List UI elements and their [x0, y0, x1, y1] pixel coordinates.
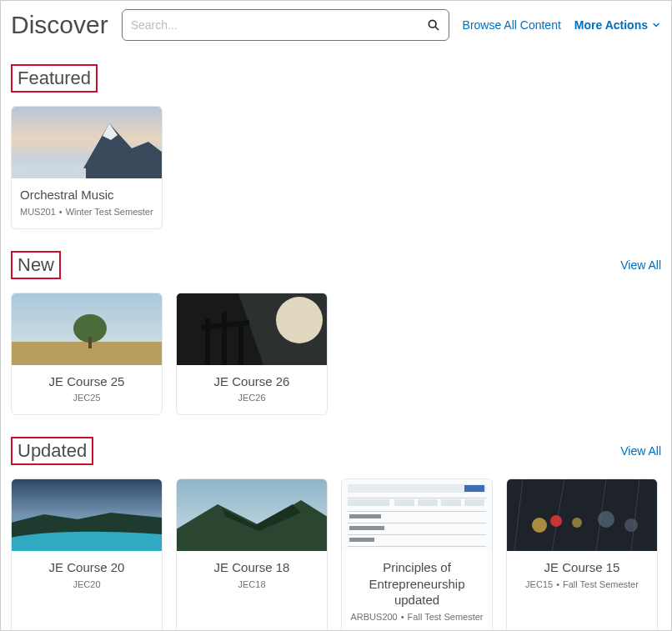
section-head-new: New View All: [11, 251, 661, 279]
svg-rect-6: [88, 337, 92, 348]
browse-all-link[interactable]: Browse All Content: [463, 18, 561, 32]
card-meta: MUS201•Winter Test Semester: [20, 207, 153, 217]
more-actions-dropdown[interactable]: More Actions: [574, 18, 661, 32]
header: Discover Browse All Content More Actions: [11, 9, 661, 41]
card-title: JE Course 15: [515, 559, 649, 576]
course-thumbnail: [12, 479, 162, 551]
card-title: Orchestral Music: [20, 187, 153, 203]
svg-rect-20: [418, 499, 438, 506]
svg-rect-30: [507, 479, 657, 551]
svg-rect-26: [348, 546, 486, 547]
card-title: JE Course 26: [185, 373, 318, 390]
svg-rect-27: [349, 514, 381, 518]
svg-rect-21: [441, 499, 461, 506]
svg-point-31: [532, 518, 547, 533]
svg-point-35: [624, 518, 638, 532]
section-title-featured: Featured: [11, 64, 98, 93]
view-all-updated[interactable]: View All: [620, 444, 661, 458]
card-body: JE Course 20 JEC20: [12, 551, 162, 631]
course-term: Fall Test Semester: [408, 612, 484, 622]
course-card[interactable]: JE Course 18 JEC18: [176, 478, 328, 631]
svg-rect-16: [464, 485, 484, 492]
svg-rect-24: [348, 523, 486, 523]
course-term: Fall Test Semester: [563, 579, 639, 589]
course-card[interactable]: Orchestral Music MUS201•Winter Test Seme…: [11, 106, 163, 229]
course-code: JEC15: [525, 579, 553, 589]
course-code: JEC20: [20, 579, 153, 589]
search-input[interactable]: [131, 18, 427, 32]
view-all-new[interactable]: View All: [620, 258, 661, 272]
svg-point-33: [572, 518, 582, 528]
card-body: JE Course 25 JEC25: [12, 365, 162, 415]
card-title: Principles of Entrepreneurship updated: [350, 559, 484, 608]
cards-featured: Orchestral Music MUS201•Winter Test Seme…: [11, 106, 661, 229]
section-head-featured: Featured: [11, 64, 661, 93]
svg-point-8: [276, 297, 323, 343]
cards-new: JE Course 25 JEC25 JE Course 26 JEC26: [11, 293, 661, 416]
course-card[interactable]: JE Course 15 JEC15•Fall Test Semester: [506, 478, 658, 631]
svg-point-0: [429, 20, 436, 28]
course-term: Winter Test Semester: [66, 207, 153, 217]
more-actions-label: More Actions: [574, 18, 648, 32]
course-card[interactable]: JE Course 25 JEC25: [11, 293, 163, 416]
course-thumbnail: [12, 107, 162, 178]
course-thumbnail: [342, 479, 492, 551]
svg-line-1: [435, 27, 439, 30]
course-card[interactable]: JE Course 20 JEC20: [11, 478, 163, 631]
course-card[interactable]: JE Course 26 JEC26: [176, 293, 328, 416]
card-title: JE Course 20: [20, 559, 153, 576]
section-title-updated: Updated: [11, 437, 93, 465]
page-title: Discover: [11, 11, 108, 39]
svg-rect-23: [348, 511, 486, 512]
search-icon: [427, 18, 440, 32]
svg-rect-11: [238, 323, 243, 365]
course-thumbnail: [177, 479, 327, 551]
course-card[interactable]: Principles of Entrepreneurship updated A…: [341, 478, 493, 631]
svg-rect-29: [349, 538, 374, 542]
section-featured: Featured Orchestral Music MUS201•Winter …: [11, 64, 661, 229]
card-body: Principles of Entrepreneurship updated A…: [342, 551, 492, 631]
section-new: New View All JE Course 25 JEC25: [11, 251, 661, 416]
svg-rect-4: [12, 342, 162, 365]
course-code: JEC25: [20, 393, 153, 403]
card-meta: JEC15•Fall Test Semester: [515, 579, 649, 589]
svg-rect-10: [222, 312, 227, 365]
card-body: JE Course 15 JEC15•Fall Test Semester: [507, 551, 657, 631]
svg-rect-17: [348, 498, 486, 498]
svg-rect-22: [464, 499, 484, 506]
card-title: JE Course 18: [185, 559, 318, 576]
search-field[interactable]: [122, 9, 449, 41]
card-body: Orchestral Music MUS201•Winter Test Seme…: [12, 178, 162, 228]
course-code: JEC26: [185, 393, 318, 403]
card-title: JE Course 25: [20, 373, 153, 390]
svg-rect-19: [394, 499, 414, 506]
section-title-new: New: [11, 251, 61, 279]
course-code: ARBUS200: [350, 612, 397, 622]
svg-rect-18: [348, 499, 389, 506]
card-body: JE Course 18 JEC18: [177, 551, 327, 631]
card-meta: ARBUS200•Fall Test Semester: [350, 612, 484, 622]
svg-rect-28: [349, 526, 384, 530]
course-thumbnail: [507, 479, 657, 551]
course-code: JEC18: [185, 579, 318, 589]
course-thumbnail: [177, 293, 327, 365]
chevron-down-icon: [651, 20, 661, 30]
cards-updated: JE Course 20 JEC20 JE Course 18 JEC18: [11, 478, 661, 631]
course-code: MUS201: [20, 207, 56, 217]
card-body: JE Course 26 JEC26: [177, 365, 327, 415]
section-updated: Updated View All JE Course 20 JEC20: [11, 437, 661, 631]
section-head-updated: Updated View All: [11, 437, 661, 465]
svg-rect-25: [348, 534, 486, 535]
course-thumbnail: [12, 293, 162, 365]
